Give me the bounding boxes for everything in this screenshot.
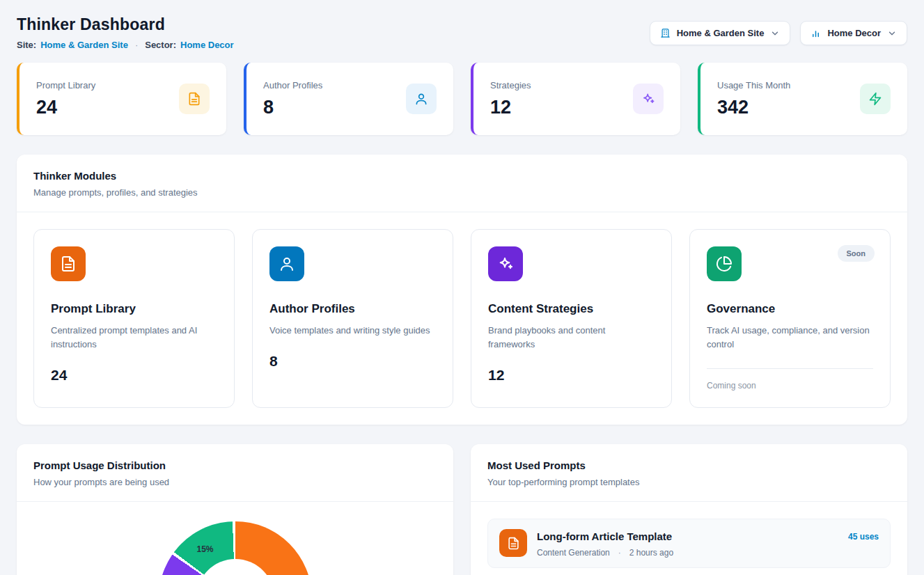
prompt-uses-badge: 45 uses: [848, 532, 879, 558]
module-card-author-profiles[interactable]: Author Profiles Voice templates and writ…: [252, 229, 453, 408]
bottom-row: Prompt Usage Distribution How your promp…: [17, 444, 907, 575]
modules-panel-header: Thinker Modules Manage prompts, profiles…: [17, 155, 907, 212]
module-card-governance[interactable]: Soon Governance Track AI usage, complian…: [689, 229, 891, 408]
prompt-time: 2 hours ago: [629, 548, 673, 558]
page-title: Thinker Dashboard: [17, 15, 234, 34]
stats-row: Prompt Library 24 Author Profiles 8 Stra…: [17, 63, 907, 135]
stat-text: Usage This Month 342: [717, 80, 790, 118]
person-icon: [406, 84, 437, 114]
page-header: Thinker Dashboard Site: Home & Garden Si…: [17, 15, 907, 50]
stat-text: Prompt Library 24: [36, 80, 95, 118]
most-used-title: Most Used Prompts: [487, 459, 891, 471]
usage-card-title: Prompt Usage Distribution: [33, 459, 437, 471]
donut-chart: 15%: [17, 502, 453, 574]
lightning-icon: [860, 84, 891, 114]
module-title: Governance: [707, 302, 873, 316]
module-count: 12: [488, 367, 655, 384]
site-label: Site:: [17, 40, 36, 50]
file-text-icon: [51, 246, 86, 281]
stat-card-usage: Usage This Month 342: [698, 63, 907, 135]
modules-panel-subtitle: Manage prompts, profiles, and strategies: [33, 187, 891, 198]
donut-ring: 15%: [159, 521, 312, 575]
module-divider: [707, 368, 873, 369]
coming-soon-text: Coming soon: [707, 381, 873, 391]
usage-distribution-card: Prompt Usage Distribution How your promp…: [17, 444, 453, 575]
stat-value: 8: [263, 97, 322, 118]
stat-text: Author Profiles 8: [263, 80, 322, 118]
sector-label: Sector:: [145, 40, 176, 50]
chevron-down-icon: [770, 29, 780, 38]
pie-chart-icon: [707, 246, 742, 281]
prompt-info: Long-form Article Template Content Gener…: [537, 529, 838, 558]
module-description: Centralized prompt templates and AI inst…: [51, 324, 217, 352]
sector-link[interactable]: Home Decor: [180, 40, 234, 50]
modules-grid: Prompt Library Centralized prompt templa…: [17, 212, 907, 425]
sector-selector-label: Home Decor: [827, 28, 881, 38]
thinker-modules-panel: Thinker Modules Manage prompts, profiles…: [17, 155, 907, 425]
header-selectors: Home & Garden Site Home Decor: [650, 21, 907, 45]
donut-hole: [196, 559, 274, 575]
module-card-content-strategies[interactable]: Content Strategies Brand playbooks and c…: [471, 229, 672, 408]
most-used-subtitle: Your top-performing prompt templates: [487, 477, 891, 487]
usage-card-header: Prompt Usage Distribution How your promp…: [17, 444, 453, 502]
bar-chart-icon: [811, 28, 821, 38]
site-link[interactable]: Home & Garden Site: [40, 40, 128, 50]
site-sector-breadcrumb: Site: Home & Garden Site · Sector: Home …: [17, 40, 234, 50]
sector-selector-dropdown[interactable]: Home Decor: [800, 21, 907, 45]
chevron-down-icon: [887, 29, 897, 38]
sparkle-icon: [488, 246, 523, 281]
module-description: Voice templates and writing style guides: [269, 324, 436, 338]
person-icon: [269, 246, 304, 281]
module-title: Author Profiles: [269, 302, 436, 316]
usage-card-subtitle: How your prompts are being used: [33, 477, 437, 487]
prompt-category: Content Generation: [537, 548, 610, 558]
stat-card-strategies: Strategies 12: [471, 63, 680, 135]
stat-text: Strategies 12: [490, 80, 531, 118]
header-left: Thinker Dashboard Site: Home & Garden Si…: [17, 15, 234, 50]
donut-segment-label: 15%: [194, 544, 217, 554]
stat-card-prompt-library: Prompt Library 24: [17, 63, 226, 135]
module-title: Prompt Library: [51, 302, 217, 316]
most-used-prompts-card: Most Used Prompts Your top-performing pr…: [471, 444, 907, 575]
separator-dot: ·: [132, 40, 141, 50]
most-used-header: Most Used Prompts Your top-performing pr…: [471, 444, 907, 502]
stat-value: 24: [36, 97, 95, 118]
module-card-prompt-library[interactable]: Prompt Library Centralized prompt templa…: [33, 229, 235, 408]
stat-label: Author Profiles: [263, 80, 322, 90]
stat-card-author-profiles: Author Profiles 8: [244, 63, 453, 135]
file-text-icon: [179, 84, 210, 114]
modules-panel-title: Thinker Modules: [33, 170, 891, 182]
stat-label: Usage This Month: [717, 80, 790, 90]
prompt-list-item[interactable]: Long-form Article Template Content Gener…: [487, 519, 891, 568]
site-selector-dropdown[interactable]: Home & Garden Site: [650, 21, 791, 45]
module-description: Track AI usage, compliance, and version …: [707, 324, 873, 352]
prompt-title: Long-form Article Template: [537, 530, 838, 542]
stat-label: Strategies: [490, 80, 531, 90]
soon-badge: Soon: [838, 245, 875, 262]
module-description: Brand playbooks and content frameworks: [488, 324, 655, 352]
separator-dot: ·: [616, 548, 624, 558]
prompt-meta: Content Generation · 2 hours ago: [537, 548, 838, 558]
stat-label: Prompt Library: [36, 80, 95, 90]
stat-value: 12: [490, 97, 531, 118]
sparkle-icon: [633, 84, 664, 114]
file-text-icon: [499, 529, 527, 557]
site-selector-label: Home & Garden Site: [677, 28, 765, 38]
module-title: Content Strategies: [488, 302, 655, 316]
module-count: 24: [51, 367, 217, 384]
building-icon: [660, 28, 671, 38]
module-count: 8: [269, 353, 436, 370]
stat-value: 342: [717, 97, 790, 118]
dashboard-page: Thinker Dashboard Site: Home & Garden Si…: [0, 0, 924, 575]
